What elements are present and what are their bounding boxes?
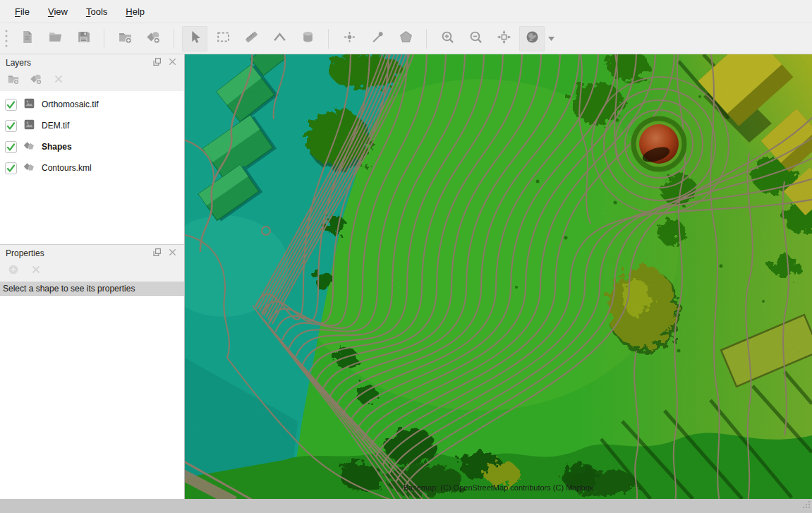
layer-visibility-checkbox[interactable] — [5, 120, 17, 132]
properties-float-button[interactable] — [150, 247, 163, 260]
dem-map[interactable] — [185, 54, 812, 499]
layer-visibility-checkbox[interactable] — [5, 99, 17, 111]
layers-panel: Layers Orthomosaic.tifDEM.tifShapesConto… — [0, 54, 184, 245]
properties-panel-title: Properties — [6, 248, 147, 258]
zoom-fit-button[interactable] — [491, 26, 516, 52]
draw-point-icon — [342, 30, 357, 47]
layers-delete-x-button[interactable] — [51, 73, 66, 87]
layer-row-orthomosaic-tif[interactable]: Orthomosaic.tif — [0, 94, 184, 115]
vector-layer-icon — [23, 161, 35, 176]
raster-layer-icon — [23, 119, 35, 133]
add-folder-icon — [118, 30, 133, 47]
layer-label: Shapes — [42, 142, 72, 152]
layer-visibility-checkbox[interactable] — [5, 141, 17, 153]
properties-panel: Properties Select a shape to see its pro… — [0, 245, 184, 499]
application-window: FileViewToolsHelp Layers Orthomosaic.tif… — [0, 0, 812, 513]
properties-panel-toolbar — [0, 262, 184, 280]
toolbar — [0, 23, 812, 54]
layer-row-contours-kml[interactable]: Contours.kml — [0, 157, 184, 179]
layer-row-shapes[interactable]: Shapes — [0, 136, 184, 157]
basemap-globe-button[interactable] — [519, 26, 545, 52]
float-panel-icon — [152, 247, 162, 260]
marquee-select-icon — [216, 30, 231, 47]
add-folder-button[interactable] — [112, 26, 138, 52]
angle-measure-icon — [272, 30, 287, 47]
layers-panel-title: Layers — [6, 58, 147, 68]
layer-label: Contours.kml — [42, 163, 92, 173]
toolbar-separator — [328, 29, 329, 49]
layers-panel-toolbar — [0, 71, 184, 90]
layers-close-button[interactable] — [166, 56, 178, 69]
cursor-button[interactable] — [182, 26, 207, 52]
zoom-in-icon — [440, 30, 455, 47]
open-folder-button[interactable] — [42, 26, 68, 52]
cursor-icon — [188, 30, 202, 47]
ruler-icon — [244, 30, 259, 47]
delete-x-icon — [52, 73, 65, 88]
toolbar-separator — [174, 29, 174, 49]
properties-add-circle-button[interactable] — [6, 264, 20, 278]
statusbar — [0, 499, 812, 513]
volume-measure-button[interactable] — [295, 26, 320, 52]
ruler-button[interactable] — [238, 26, 264, 52]
zoom-fit-icon — [497, 30, 511, 47]
layers-float-button[interactable] — [150, 56, 163, 69]
menu-file[interactable]: File — [6, 0, 39, 23]
float-panel-icon — [152, 56, 162, 70]
left-dock: Layers Orthomosaic.tifDEM.tifShapesConto… — [0, 54, 185, 499]
basemap-dropdown-caret[interactable] — [546, 26, 556, 52]
map-viewport[interactable]: Basemap: (C) OpenStreetMap contributors … — [185, 54, 812, 499]
add-shapes-button[interactable] — [140, 26, 166, 52]
add-folder-icon — [7, 73, 20, 88]
volume-measure-icon — [301, 30, 315, 47]
properties-delete-x-button[interactable] — [29, 264, 43, 278]
layer-label: Orthomosaic.tif — [42, 99, 99, 109]
basemap-globe-icon — [525, 30, 540, 47]
close-icon — [167, 247, 178, 260]
raster-layer-icon — [23, 97, 35, 112]
draw-polygon-icon — [399, 30, 413, 47]
layers-panel-header: Layers — [0, 54, 184, 71]
delete-x-icon — [30, 263, 42, 279]
layers-add-shapes-button[interactable] — [29, 73, 43, 87]
properties-panel-header: Properties — [0, 245, 184, 262]
draw-polyline-icon — [370, 30, 385, 47]
add-shapes-icon — [30, 73, 42, 88]
menu-tools[interactable]: Tools — [77, 0, 116, 23]
close-icon — [167, 56, 178, 70]
menubar: FileViewToolsHelp — [0, 0, 812, 23]
toolbar-drag-handle-icon[interactable] — [1, 28, 11, 50]
open-folder-icon — [48, 30, 63, 47]
toolbar-separator — [426, 29, 427, 49]
add-shapes-icon — [146, 30, 161, 47]
zoom-out-icon — [468, 30, 483, 47]
angle-measure-button[interactable] — [267, 26, 292, 52]
draw-polygon-button[interactable] — [393, 26, 418, 52]
properties-placeholder-message: Select a shape to see its properties — [0, 282, 184, 296]
properties-body: Select a shape to see its properties — [0, 282, 184, 499]
draw-polyline-button[interactable] — [365, 26, 390, 52]
layers-add-folder-button[interactable] — [6, 73, 20, 87]
save-button[interactable] — [71, 26, 96, 52]
zoom-in-button[interactable] — [435, 26, 460, 52]
marquee-select-button[interactable] — [210, 26, 236, 52]
resize-grip-icon[interactable] — [801, 500, 811, 512]
draw-point-button[interactable] — [337, 26, 362, 52]
layer-list: Orthomosaic.tifDEM.tifShapesContours.kml — [0, 91, 184, 244]
save-icon — [76, 30, 91, 47]
add-circle-icon — [7, 263, 20, 279]
properties-close-button[interactable] — [166, 247, 178, 260]
layer-row-dem-tif[interactable]: DEM.tif — [0, 115, 184, 136]
menu-view[interactable]: View — [39, 0, 77, 23]
layer-visibility-checkbox[interactable] — [5, 162, 17, 174]
new-document-button[interactable] — [14, 26, 40, 52]
toolbar-separator — [104, 29, 104, 49]
new-document-icon — [20, 30, 35, 47]
vector-layer-icon — [23, 140, 35, 155]
menu-help[interactable]: Help — [116, 0, 154, 23]
zoom-out-button[interactable] — [463, 26, 488, 52]
layer-label: DEM.tif — [42, 121, 69, 131]
